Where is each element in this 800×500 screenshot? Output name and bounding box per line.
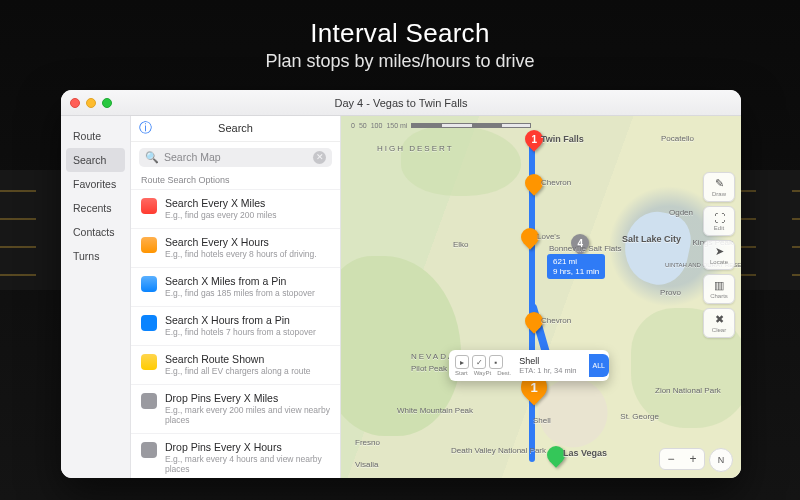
dest-icon[interactable]: ▪ xyxy=(489,355,503,369)
compass-icon[interactable]: N xyxy=(709,448,733,472)
option-subtitle: E.g., find all EV chargers along a route xyxy=(165,366,311,376)
sidebar-item-turns[interactable]: Turns xyxy=(61,244,130,268)
map-tool-locate[interactable]: ➤Locate xyxy=(703,240,735,270)
option-subtitle: E.g., mark every 200 miles and view near… xyxy=(165,405,330,425)
label-white-mountain: White Mountain Peak xyxy=(397,406,447,415)
option-title: Search Every X Miles xyxy=(165,197,277,209)
stop-popover[interactable]: ▸ ✓ ▪ Start WayPt Dest. Shell ETA: 1 hr,… xyxy=(449,350,609,381)
label-loves: Love's xyxy=(537,232,560,241)
sidebar-item-recents[interactable]: Recents xyxy=(61,196,130,220)
clear-icon: ✖ xyxy=(715,313,724,326)
hero-subtitle: Plan stops by miles/hours to drive xyxy=(0,51,800,72)
sidebar-item-contacts[interactable]: Contacts xyxy=(61,220,130,244)
label-twin-falls: Twin Falls xyxy=(541,134,584,144)
sidebar-item-favorites[interactable]: Favorites xyxy=(61,172,130,196)
label-high-desert: HIGH DESERT xyxy=(377,144,454,153)
option-icon xyxy=(141,315,157,331)
search-pane-title: Search xyxy=(218,122,253,134)
hero-title: Interval Search xyxy=(0,18,800,49)
map[interactable]: 0 50 100 150 mi 1 4 1 HIGH DESERT T xyxy=(341,116,741,478)
option-subtitle: E.g., find hotels every 8 hours of drivi… xyxy=(165,249,317,259)
option-icon xyxy=(141,198,157,214)
app-window: Day 4 - Vegas to Twin Falls RouteSearchF… xyxy=(61,90,741,478)
option-icon xyxy=(141,393,157,409)
option-title: Drop Pins Every X Hours xyxy=(165,441,330,453)
option-title: Drop Pins Every X Miles xyxy=(165,392,330,404)
option-subtitle: E.g., find gas 185 miles from a stopover xyxy=(165,288,315,298)
draw-icon: ✎ xyxy=(715,177,724,190)
option-icon xyxy=(141,276,157,292)
window-title: Day 4 - Vegas to Twin Falls xyxy=(61,97,741,109)
search-option-3[interactable]: Search X Hours from a PinE.g., find hote… xyxy=(131,306,340,345)
sidebar: RouteSearchFavoritesRecentsContactsTurns xyxy=(61,116,131,478)
option-subtitle: E.g., find hotels 7 hours from a stopove… xyxy=(165,327,316,337)
map-tools: ✎Draw⛶Edit➤Locate▥Charts✖Clear xyxy=(703,172,735,338)
label-elko: Elko xyxy=(453,240,469,249)
label-salt-lake: Salt Lake City xyxy=(622,234,681,244)
label-bonneville: Bonneville Salt Flats xyxy=(549,244,621,253)
label-fresno: Fresno xyxy=(355,438,380,447)
sidebar-item-search[interactable]: Search xyxy=(66,148,125,172)
option-title: Search X Miles from a Pin xyxy=(165,275,315,287)
option-title: Search Every X Hours xyxy=(165,236,317,248)
route-search-options: Search Every X MilesE.g., find gas every… xyxy=(131,189,340,478)
label-provo: Provo xyxy=(660,288,681,297)
popover-all-button[interactable]: ALL xyxy=(589,354,609,377)
search-option-2[interactable]: Search X Miles from a PinE.g., find gas … xyxy=(131,267,340,306)
map-tool-edit[interactable]: ⛶Edit xyxy=(703,206,735,236)
search-pane: ⓘ Search 🔍 Search Map ✕ Route Search Opt… xyxy=(131,116,341,478)
waypoint-icon[interactable]: ✓ xyxy=(472,355,486,369)
search-option-5[interactable]: Drop Pins Every X MilesE.g., mark every … xyxy=(131,384,340,433)
option-icon xyxy=(141,237,157,253)
locate-icon: ➤ xyxy=(715,245,724,258)
map-scale: 0 50 100 150 mi xyxy=(351,122,531,129)
option-title: Search X Hours from a Pin xyxy=(165,314,316,326)
option-subtitle: E.g., find gas every 200 miles xyxy=(165,210,277,220)
search-option-4[interactable]: Search Route ShownE.g., find all EV char… xyxy=(131,345,340,384)
label-chevron-2: Chevron xyxy=(541,316,571,325)
label-chevron-1: Chevron xyxy=(541,178,571,187)
search-placeholder: Search Map xyxy=(164,151,221,163)
start-icon[interactable]: ▸ xyxy=(455,355,469,369)
search-icon: 🔍 xyxy=(145,151,159,164)
titlebar: Day 4 - Vegas to Twin Falls xyxy=(61,90,741,116)
info-icon[interactable]: ⓘ xyxy=(139,119,152,137)
map-tool-draw[interactable]: ✎Draw xyxy=(703,172,735,202)
label-death-valley: Death Valley National Park xyxy=(451,446,511,455)
search-option-6[interactable]: Drop Pins Every X HoursE.g., mark every … xyxy=(131,433,340,478)
map-tool-charts[interactable]: ▥Charts xyxy=(703,274,735,304)
label-st-george: St. George xyxy=(620,412,659,421)
zoom-control[interactable]: − + xyxy=(659,448,705,470)
label-pilot-peak: Pilot Peak xyxy=(411,364,447,373)
search-option-0[interactable]: Search Every X MilesE.g., find gas every… xyxy=(131,189,340,228)
label-zion: Zion National Park xyxy=(655,386,703,395)
popover-title: Shell xyxy=(519,356,576,366)
label-visalia: Visalia xyxy=(355,460,378,469)
popover-subtitle: ETA: 1 hr, 34 min xyxy=(519,366,576,375)
option-subtitle: E.g., mark every 4 hours and view nearby… xyxy=(165,454,330,474)
sidebar-item-route[interactable]: Route xyxy=(61,124,130,148)
label-shell: Shell xyxy=(533,416,551,425)
option-title: Search Route Shown xyxy=(165,353,311,365)
clear-search-icon[interactable]: ✕ xyxy=(313,151,326,164)
search-option-1[interactable]: Search Every X HoursE.g., find hotels ev… xyxy=(131,228,340,267)
option-icon xyxy=(141,442,157,458)
label-las-vegas: Las Vegas xyxy=(563,448,607,458)
edit-icon: ⛶ xyxy=(714,212,725,224)
label-ogden: Ogden xyxy=(669,208,693,217)
zoom-out-button[interactable]: − xyxy=(660,449,682,469)
map-tool-clear[interactable]: ✖Clear xyxy=(703,308,735,338)
zoom-in-button[interactable]: + xyxy=(682,449,704,469)
search-input[interactable]: 🔍 Search Map ✕ xyxy=(139,148,332,168)
section-label: Route Search Options xyxy=(131,173,340,189)
option-icon xyxy=(141,354,157,370)
label-pocatello: Pocatello xyxy=(661,134,694,143)
route-distance-badge: 621 mi 9 hrs, 11 min xyxy=(547,254,605,279)
charts-icon: ▥ xyxy=(714,279,724,292)
